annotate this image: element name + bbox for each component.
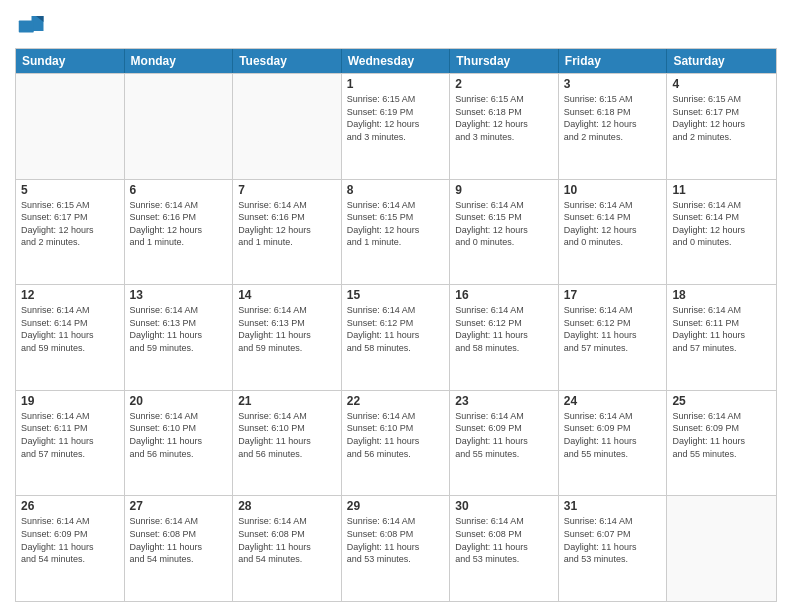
day-info: Sunrise: 6:14 AM Sunset: 6:16 PM Dayligh… (130, 199, 228, 249)
day-cell-16: 16Sunrise: 6:14 AM Sunset: 6:12 PM Dayli… (450, 285, 559, 390)
day-info: Sunrise: 6:14 AM Sunset: 6:14 PM Dayligh… (564, 199, 662, 249)
day-cell-29: 29Sunrise: 6:14 AM Sunset: 6:08 PM Dayli… (342, 496, 451, 601)
day-cell-7: 7Sunrise: 6:14 AM Sunset: 6:16 PM Daylig… (233, 180, 342, 285)
day-cell-14: 14Sunrise: 6:14 AM Sunset: 6:13 PM Dayli… (233, 285, 342, 390)
empty-cell (16, 74, 125, 179)
day-info: Sunrise: 6:14 AM Sunset: 6:12 PM Dayligh… (347, 304, 445, 354)
day-cell-2: 2Sunrise: 6:15 AM Sunset: 6:18 PM Daylig… (450, 74, 559, 179)
day-info: Sunrise: 6:14 AM Sunset: 6:10 PM Dayligh… (130, 410, 228, 460)
day-info: Sunrise: 6:15 AM Sunset: 6:19 PM Dayligh… (347, 93, 445, 143)
day-info: Sunrise: 6:14 AM Sunset: 6:14 PM Dayligh… (672, 199, 771, 249)
day-number: 24 (564, 394, 662, 408)
calendar: SundayMondayTuesdayWednesdayThursdayFrid… (15, 48, 777, 602)
day-cell-31: 31Sunrise: 6:14 AM Sunset: 6:07 PM Dayli… (559, 496, 668, 601)
day-number: 31 (564, 499, 662, 513)
header (15, 10, 777, 40)
day-info: Sunrise: 6:15 AM Sunset: 6:17 PM Dayligh… (672, 93, 771, 143)
day-cell-13: 13Sunrise: 6:14 AM Sunset: 6:13 PM Dayli… (125, 285, 234, 390)
day-cell-27: 27Sunrise: 6:14 AM Sunset: 6:08 PM Dayli… (125, 496, 234, 601)
day-number: 12 (21, 288, 119, 302)
day-number: 28 (238, 499, 336, 513)
calendar-row-1: 5Sunrise: 6:15 AM Sunset: 6:17 PM Daylig… (16, 179, 776, 285)
day-number: 6 (130, 183, 228, 197)
day-info: Sunrise: 6:14 AM Sunset: 6:07 PM Dayligh… (564, 515, 662, 565)
day-number: 19 (21, 394, 119, 408)
day-cell-12: 12Sunrise: 6:14 AM Sunset: 6:14 PM Dayli… (16, 285, 125, 390)
day-info: Sunrise: 6:14 AM Sunset: 6:16 PM Dayligh… (238, 199, 336, 249)
day-number: 13 (130, 288, 228, 302)
day-info: Sunrise: 6:14 AM Sunset: 6:08 PM Dayligh… (347, 515, 445, 565)
day-info: Sunrise: 6:14 AM Sunset: 6:08 PM Dayligh… (455, 515, 553, 565)
day-number: 29 (347, 499, 445, 513)
day-number: 15 (347, 288, 445, 302)
day-info: Sunrise: 6:14 AM Sunset: 6:08 PM Dayligh… (130, 515, 228, 565)
svg-rect-2 (19, 21, 34, 33)
day-cell-3: 3Sunrise: 6:15 AM Sunset: 6:18 PM Daylig… (559, 74, 668, 179)
day-info: Sunrise: 6:14 AM Sunset: 6:15 PM Dayligh… (455, 199, 553, 249)
day-cell-15: 15Sunrise: 6:14 AM Sunset: 6:12 PM Dayli… (342, 285, 451, 390)
day-number: 25 (672, 394, 771, 408)
calendar-row-0: 1Sunrise: 6:15 AM Sunset: 6:19 PM Daylig… (16, 73, 776, 179)
day-cell-24: 24Sunrise: 6:14 AM Sunset: 6:09 PM Dayli… (559, 391, 668, 496)
day-info: Sunrise: 6:14 AM Sunset: 6:08 PM Dayligh… (238, 515, 336, 565)
header-day-saturday: Saturday (667, 49, 776, 73)
day-number: 30 (455, 499, 553, 513)
page: SundayMondayTuesdayWednesdayThursdayFrid… (0, 0, 792, 612)
header-day-friday: Friday (559, 49, 668, 73)
day-info: Sunrise: 6:15 AM Sunset: 6:17 PM Dayligh… (21, 199, 119, 249)
day-number: 22 (347, 394, 445, 408)
day-number: 2 (455, 77, 553, 91)
day-number: 8 (347, 183, 445, 197)
calendar-header: SundayMondayTuesdayWednesdayThursdayFrid… (16, 49, 776, 73)
day-number: 1 (347, 77, 445, 91)
day-cell-10: 10Sunrise: 6:14 AM Sunset: 6:14 PM Dayli… (559, 180, 668, 285)
day-cell-8: 8Sunrise: 6:14 AM Sunset: 6:15 PM Daylig… (342, 180, 451, 285)
day-info: Sunrise: 6:15 AM Sunset: 6:18 PM Dayligh… (564, 93, 662, 143)
day-number: 10 (564, 183, 662, 197)
day-number: 26 (21, 499, 119, 513)
day-number: 4 (672, 77, 771, 91)
day-cell-5: 5Sunrise: 6:15 AM Sunset: 6:17 PM Daylig… (16, 180, 125, 285)
day-number: 23 (455, 394, 553, 408)
header-day-sunday: Sunday (16, 49, 125, 73)
day-cell-26: 26Sunrise: 6:14 AM Sunset: 6:09 PM Dayli… (16, 496, 125, 601)
day-info: Sunrise: 6:14 AM Sunset: 6:09 PM Dayligh… (455, 410, 553, 460)
day-info: Sunrise: 6:14 AM Sunset: 6:10 PM Dayligh… (238, 410, 336, 460)
day-info: Sunrise: 6:14 AM Sunset: 6:09 PM Dayligh… (672, 410, 771, 460)
empty-cell (233, 74, 342, 179)
day-info: Sunrise: 6:14 AM Sunset: 6:11 PM Dayligh… (672, 304, 771, 354)
day-number: 14 (238, 288, 336, 302)
day-cell-18: 18Sunrise: 6:14 AM Sunset: 6:11 PM Dayli… (667, 285, 776, 390)
day-info: Sunrise: 6:14 AM Sunset: 6:10 PM Dayligh… (347, 410, 445, 460)
day-cell-21: 21Sunrise: 6:14 AM Sunset: 6:10 PM Dayli… (233, 391, 342, 496)
day-cell-9: 9Sunrise: 6:14 AM Sunset: 6:15 PM Daylig… (450, 180, 559, 285)
day-number: 11 (672, 183, 771, 197)
day-number: 21 (238, 394, 336, 408)
day-cell-23: 23Sunrise: 6:14 AM Sunset: 6:09 PM Dayli… (450, 391, 559, 496)
day-cell-11: 11Sunrise: 6:14 AM Sunset: 6:14 PM Dayli… (667, 180, 776, 285)
logo (15, 10, 49, 40)
day-number: 9 (455, 183, 553, 197)
empty-cell (125, 74, 234, 179)
day-cell-6: 6Sunrise: 6:14 AM Sunset: 6:16 PM Daylig… (125, 180, 234, 285)
day-cell-17: 17Sunrise: 6:14 AM Sunset: 6:12 PM Dayli… (559, 285, 668, 390)
day-number: 17 (564, 288, 662, 302)
day-cell-19: 19Sunrise: 6:14 AM Sunset: 6:11 PM Dayli… (16, 391, 125, 496)
day-number: 20 (130, 394, 228, 408)
day-cell-20: 20Sunrise: 6:14 AM Sunset: 6:10 PM Dayli… (125, 391, 234, 496)
calendar-row-2: 12Sunrise: 6:14 AM Sunset: 6:14 PM Dayli… (16, 284, 776, 390)
day-cell-1: 1Sunrise: 6:15 AM Sunset: 6:19 PM Daylig… (342, 74, 451, 179)
header-day-tuesday: Tuesday (233, 49, 342, 73)
calendar-row-4: 26Sunrise: 6:14 AM Sunset: 6:09 PM Dayli… (16, 495, 776, 601)
day-info: Sunrise: 6:14 AM Sunset: 6:14 PM Dayligh… (21, 304, 119, 354)
logo-icon (15, 10, 45, 40)
day-info: Sunrise: 6:14 AM Sunset: 6:13 PM Dayligh… (130, 304, 228, 354)
header-day-thursday: Thursday (450, 49, 559, 73)
day-info: Sunrise: 6:14 AM Sunset: 6:11 PM Dayligh… (21, 410, 119, 460)
day-number: 3 (564, 77, 662, 91)
day-info: Sunrise: 6:14 AM Sunset: 6:09 PM Dayligh… (564, 410, 662, 460)
day-cell-28: 28Sunrise: 6:14 AM Sunset: 6:08 PM Dayli… (233, 496, 342, 601)
day-cell-4: 4Sunrise: 6:15 AM Sunset: 6:17 PM Daylig… (667, 74, 776, 179)
day-info: Sunrise: 6:14 AM Sunset: 6:13 PM Dayligh… (238, 304, 336, 354)
day-info: Sunrise: 6:14 AM Sunset: 6:09 PM Dayligh… (21, 515, 119, 565)
